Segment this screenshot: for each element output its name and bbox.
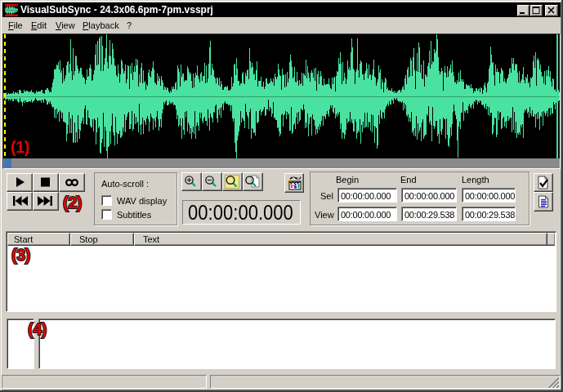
svg-text:(2): (2) <box>63 194 82 212</box>
svg-text:(1): (1) <box>11 139 29 156</box>
svg-text:00:00:00.000: 00:00:00.000 <box>188 201 293 225</box>
svg-text:(4): (4) <box>28 320 47 338</box>
svg-text:(3): (3) <box>11 246 30 264</box>
